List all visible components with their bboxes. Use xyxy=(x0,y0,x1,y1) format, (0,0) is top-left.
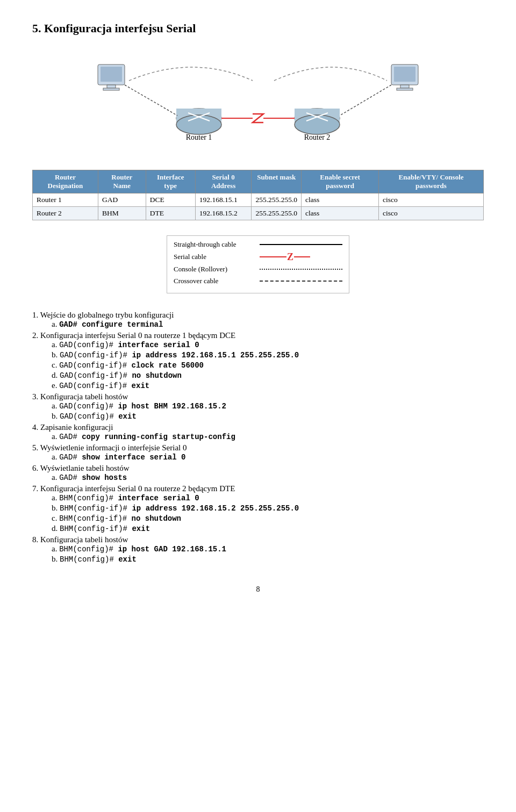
legend-console-label: Console (Rollover) xyxy=(174,265,254,274)
step-item: 8. Konfiguracja tabeli hostówa. BHM(conf… xyxy=(32,535,484,564)
step-num: 2. xyxy=(32,331,38,340)
step-text: Zapisanie konfiguracji xyxy=(40,423,113,432)
sub-item: b. BHM(config)# exit xyxy=(52,555,484,564)
cmd-plain: BHM(config)# xyxy=(59,494,118,502)
svg-point-10 xyxy=(176,115,221,134)
table-row: Router 1GADDCE192.168.15.1255.255.255.0c… xyxy=(33,193,484,207)
cmd-plain: GAD# xyxy=(59,453,82,462)
sub-list: a. GAD# configure terminal xyxy=(32,320,484,329)
legend-console: Console (Rollover) xyxy=(174,265,342,274)
legend-straight: Straight-through cable xyxy=(174,240,342,249)
cmd-bold: show interface serial 0 xyxy=(82,453,185,462)
table-cell: BHM xyxy=(98,207,146,220)
cmd-bold: clock rate 56000 xyxy=(132,361,204,370)
sub-item: c. GAD(config-if)# clock rate 56000 xyxy=(52,361,484,370)
step-text: Konfiguracja interfejsu Serial 0 na rout… xyxy=(40,331,235,340)
cmd-plain: GAD# xyxy=(59,433,82,441)
step-item: 4. Zapisanie konfiguracjia. GAD# copy ru… xyxy=(32,423,484,441)
cmd-bold: copy running-config startup-config xyxy=(82,433,235,441)
step-text: Wejście do globalnego trybu konfiguracji xyxy=(40,311,174,319)
sub-item: b. BHM(config-if)# ip address 192.168.15… xyxy=(52,504,484,513)
step-num: 3. xyxy=(32,392,38,401)
cmd-plain: GAD(config-if)# xyxy=(60,371,132,380)
step-main: 6. Wyświetlanie tabeli hostów xyxy=(32,464,484,473)
step-num: 4. xyxy=(32,423,38,432)
cmd-plain: BHM(config)# xyxy=(59,545,118,554)
step-item: 7. Konfiguracja interfejsu Serial 0 na r… xyxy=(32,484,484,533)
cmd-plain: BHM(config-if)# xyxy=(60,504,132,513)
cmd-bold: exit xyxy=(118,555,137,564)
step-text: Wyświetlenie informacji o interfejsie Se… xyxy=(40,443,187,452)
sub-letter: a. xyxy=(52,432,57,441)
sub-letter: b. xyxy=(52,555,58,563)
sub-item: a. GAD(config)# ip host BHM 192.168.15.2 xyxy=(52,401,484,411)
cmd-plain: GAD(config-if)# xyxy=(60,351,132,360)
svg-rect-1 xyxy=(101,67,122,82)
sub-letter: d. xyxy=(52,524,58,533)
svg-rect-5 xyxy=(394,67,415,82)
sub-letter: b. xyxy=(52,350,58,359)
sub-letter: a. xyxy=(52,452,57,461)
table-cell: 192.168.15.2 xyxy=(195,207,252,220)
sub-letter: b. xyxy=(52,412,58,420)
sub-letter: a. xyxy=(52,544,57,553)
cmd-bold: ip host GAD 192.168.15.1 xyxy=(118,545,226,554)
cmd-plain: GAD(config)# xyxy=(59,341,118,349)
sub-letter: e. xyxy=(52,381,57,390)
step-item: 3. Konfiguracja tabeli hostówa. GAD(conf… xyxy=(32,392,484,421)
table-cell: DCE xyxy=(146,193,195,207)
step-text: Konfiguracja tabeli hostów xyxy=(40,535,128,544)
config-table: Router DesignationRouter NameInterface t… xyxy=(32,170,484,220)
step-main: 4. Zapisanie konfiguracji xyxy=(32,423,484,432)
sub-letter: a. xyxy=(52,320,57,328)
cmd-plain: GAD# xyxy=(59,473,82,482)
step-num: 7. xyxy=(32,484,38,493)
table-header: Enable/VTY/ Console passwords xyxy=(379,170,484,193)
table-cell: DTE xyxy=(146,207,195,220)
table-cell: cisco xyxy=(379,207,484,220)
sub-list: a. GAD# show interface serial 0 xyxy=(32,452,484,462)
cmd-bold: no shutdown xyxy=(132,371,181,380)
table-header: Router Name xyxy=(98,170,146,193)
sub-list: a. BHM(config)# ip host GAD 192.168.15.1… xyxy=(32,544,484,564)
step-main: 2. Konfiguracja interfejsu Serial 0 na r… xyxy=(32,331,484,340)
sub-letter: a. xyxy=(52,493,57,502)
sub-list: a. GAD# show hosts xyxy=(32,473,484,482)
step-item: 2. Konfiguracja interfejsu Serial 0 na r… xyxy=(32,331,484,390)
cmd-bold: exit xyxy=(132,524,150,533)
svg-point-15 xyxy=(295,115,340,134)
cmd-plain: BHM(config-if)# xyxy=(59,514,131,523)
sub-letter: a. xyxy=(52,401,57,410)
table-cell: class xyxy=(302,207,379,220)
network-diagram: Router 1 Router 2 xyxy=(32,48,484,161)
cmd-bold: GAD# configure terminal xyxy=(59,320,163,329)
step-main: 1. Wejście do globalnego trybu konfigura… xyxy=(32,311,484,320)
cmd-plain: GAD(config)# xyxy=(59,402,118,411)
step-text: Konfiguracja interfejsu Serial 0 na rout… xyxy=(40,484,235,493)
cmd-bold: ip host BHM 192.168.15.2 xyxy=(118,402,226,411)
steps-content: 1. Wejście do globalnego trybu konfigura… xyxy=(32,311,484,564)
cmd-bold: ip address 192.168.15.1 255.255.255.0 xyxy=(132,351,299,360)
table-cell: GAD xyxy=(98,193,146,207)
sub-item: a. GAD(config)# interface serial 0 xyxy=(52,340,484,349)
step-text: Wyświetlanie tabeli hostów xyxy=(40,464,130,472)
cmd-plain: BHM(config-if)# xyxy=(60,524,132,533)
cmd-plain: GAD(config)# xyxy=(60,412,118,421)
step-main: 7. Konfiguracja interfejsu Serial 0 na r… xyxy=(32,484,484,493)
sub-letter: c. xyxy=(52,514,57,522)
step-main: 5. Wyświetlenie informacji o interfejsie… xyxy=(32,443,484,452)
step-num: 6. xyxy=(32,464,38,472)
svg-rect-6 xyxy=(400,85,409,88)
sub-item: a. GAD# copy running-config startup-conf… xyxy=(52,432,484,441)
sub-item: a. BHM(config)# ip host GAD 192.168.15.1 xyxy=(52,544,484,554)
table-cell: Router 2 xyxy=(33,207,98,220)
step-main: 8. Konfiguracja tabeli hostów xyxy=(32,535,484,544)
svg-line-20 xyxy=(125,85,177,116)
step-num: 1. xyxy=(32,311,38,319)
table-cell: cisco xyxy=(379,193,484,207)
table-row: Router 2BHMDTE192.168.15.2255.255.255.0c… xyxy=(33,207,484,220)
sub-item: b. GAD(config-if)# ip address 192.168.15… xyxy=(52,350,484,360)
table-header: Serial 0 Address xyxy=(195,170,252,193)
step-item: 1. Wejście do globalnego trybu konfigura… xyxy=(32,311,484,329)
sub-item: a. BHM(config)# interface serial 0 xyxy=(52,493,484,502)
